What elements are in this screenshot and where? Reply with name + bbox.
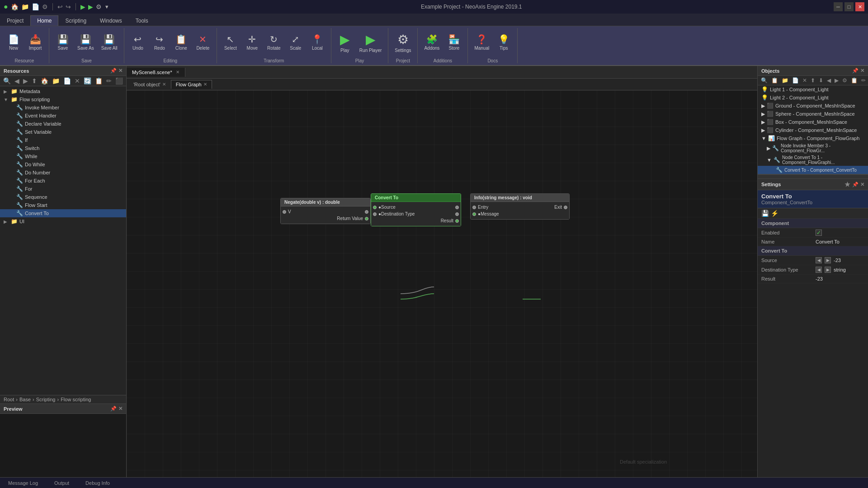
resources-tool-6[interactable]: 📁 <box>51 77 61 85</box>
resources-close-icon[interactable]: ✕ <box>118 68 123 74</box>
tab-tools[interactable]: Tools <box>129 15 155 26</box>
resources-tool-9[interactable]: 🔄 <box>82 77 93 85</box>
tree-item-do-number[interactable]: 🔧 Do Number <box>0 169 126 177</box>
resources-tool-5[interactable]: 🏠 <box>39 77 50 85</box>
tree-item-do-while[interactable]: 🔧 Do While <box>0 160 126 169</box>
obj-item-light1[interactable]: 💡 Light 1 - Component_Light <box>758 85 868 94</box>
settings-dest-right-btn[interactable]: ▶ <box>825 267 831 273</box>
tree-item-switch[interactable]: 🔧 Switch <box>0 144 126 152</box>
tree-item-sequence[interactable]: 🔧 Sequence <box>0 193 126 201</box>
tree-item-set-variable[interactable]: 🔧 Set Variable <box>0 128 126 136</box>
sub-tab-root-close[interactable]: ✕ <box>162 82 166 87</box>
resources-tool-1[interactable]: 🔍 <box>2 77 12 85</box>
tree-item-while[interactable]: 🔧 While <box>0 152 126 160</box>
sub-tab-flow-close[interactable]: ✕ <box>203 82 207 87</box>
obj-item-sphere[interactable]: ▶ ⬛ Sphere - Component_MeshInSpace <box>758 110 868 118</box>
tree-item-ui[interactable]: ▶ 📁 UI <box>0 217 126 225</box>
preview-pin-icon[interactable]: 📌 <box>110 406 117 412</box>
obj-tool-8[interactable]: ◀ <box>826 77 832 84</box>
settings-dest-left-btn[interactable]: ◀ <box>816 267 822 273</box>
save-all-button[interactable]: 💾 Save All <box>99 32 120 52</box>
doc-tab-scene-close[interactable]: ✕ <box>176 70 179 75</box>
addons-button[interactable]: 🧩 Addons <box>421 32 442 52</box>
pin-icon[interactable]: 📌 <box>110 68 117 74</box>
obj-item-convert-to-component[interactable]: 🔧 Convert To - Component_ConvertTo <box>758 166 868 174</box>
run-small-icon[interactable]: ▶ <box>88 3 93 10</box>
node-info[interactable]: Info(string message) : void Entry Exit <box>470 193 570 220</box>
select-button[interactable]: ↖ Select <box>221 32 241 52</box>
breadcrumb-scripting[interactable]: Scripting <box>36 397 56 402</box>
import-button[interactable]: 📥 Import <box>25 32 45 52</box>
breadcrumb-root[interactable]: Root <box>4 397 14 402</box>
toolbar-icon-1[interactable]: 🏠 <box>11 3 19 10</box>
tab-windows[interactable]: Windows <box>93 15 129 26</box>
settings-source-right-btn[interactable]: ▶ <box>825 257 831 263</box>
settings-star-icon[interactable]: ★ <box>844 181 850 188</box>
graph-area[interactable]: Negate(double v) : double V <box>127 90 757 477</box>
resources-tool-2[interactable]: ◀ <box>13 77 21 85</box>
minimize-button[interactable]: ─ <box>834 2 843 11</box>
run-player-button[interactable]: ▶ Run Player <box>357 30 384 55</box>
obj-tool-5[interactable]: ✕ <box>801 77 808 84</box>
undo-button[interactable]: ↩ Undo <box>128 32 148 52</box>
scale-button[interactable]: ⤢ Scale <box>286 32 306 52</box>
tree-item-convert-to[interactable]: 🔧 Convert To <box>0 209 126 217</box>
resources-tool-12[interactable]: ⬛ <box>114 77 124 85</box>
tree-item-for-each[interactable]: 🔧 For Each <box>0 177 126 185</box>
obj-item-light2[interactable]: 💡 Light 2 - Component_Light <box>758 94 868 102</box>
maximize-button[interactable]: □ <box>844 2 854 11</box>
resources-tool-11[interactable]: ✏ <box>105 77 113 85</box>
settings-button[interactable]: ⚙ Settings <box>392 30 414 55</box>
settings-close-icon[interactable]: ✕ <box>860 182 864 188</box>
tree-item-flow-scripting[interactable]: ▼ 📁 Flow scripting <box>0 95 126 103</box>
obj-item-ground[interactable]: ▶ ⬛ Ground - Component_MeshInSpace <box>758 102 868 110</box>
obj-tool-9[interactable]: ▶ <box>833 77 840 84</box>
breadcrumb-flow-scripting[interactable]: Flow scripting <box>61 397 91 402</box>
tree-item-invoke-member[interactable]: 🔧 Invoke Member <box>0 103 126 112</box>
doc-tab-scene[interactable]: MyScene8.scene* ✕ <box>127 68 185 77</box>
tab-home[interactable]: Home <box>30 15 58 26</box>
tab-project[interactable]: Project <box>0 15 30 26</box>
tree-item-flow-start[interactable]: 🔧 Flow Start <box>0 201 126 209</box>
tree-item-declare-variable[interactable]: 🔧 Declare Variable <box>0 120 126 128</box>
obj-tool-4[interactable]: 📄 <box>791 77 800 84</box>
resources-tool-7[interactable]: 📄 <box>62 77 72 85</box>
objects-pin-icon[interactable]: 📌 <box>852 68 859 74</box>
settings-action-1[interactable]: 💾 <box>761 210 769 217</box>
settings-checkbox-enabled[interactable]: ✓ <box>816 230 822 236</box>
obj-tool-12[interactable]: ✏ <box>860 77 867 84</box>
obj-item-invoke-node[interactable]: ▶ 🔧 Node Invoke Member 3 - Component_Flo… <box>758 142 868 154</box>
obj-item-flowgraph[interactable]: ▼ 📊 Flow Graph - Component_FlowGraph <box>758 134 868 142</box>
undo-toolbar-icon[interactable]: ↩ <box>57 3 63 10</box>
save-as-button[interactable]: 💾 Save As <box>75 32 97 52</box>
obj-tool-7[interactable]: ⬇ <box>817 77 825 84</box>
play-small-icon[interactable]: ▶ <box>80 3 85 10</box>
obj-tool-1[interactable]: 🔍 <box>760 77 769 84</box>
resources-tool-4[interactable]: ⬆ <box>30 77 38 85</box>
resources-tool-10[interactable]: 📋 <box>94 77 104 85</box>
node-negate[interactable]: Negate(double v) : double V <box>280 198 371 224</box>
objects-close-icon[interactable]: ✕ <box>860 68 864 74</box>
resources-tool-3[interactable]: ▶ <box>22 77 29 85</box>
settings-small-icon[interactable]: ⚙ <box>96 3 102 10</box>
tree-item-event-handler[interactable]: 🔧 Event Handler <box>0 112 126 120</box>
breadcrumb-base[interactable]: Base <box>19 397 31 402</box>
redo-toolbar-icon[interactable]: ↪ <box>66 3 71 10</box>
dropdown-icon[interactable]: ▼ <box>104 4 109 9</box>
obj-tool-11[interactable]: 📋 <box>849 77 859 84</box>
status-tab-debug-info[interactable]: Debug Info <box>81 479 114 487</box>
status-tab-output[interactable]: Output <box>50 479 74 487</box>
clone-button[interactable]: 📋 Clone <box>171 32 191 52</box>
tree-item-if[interactable]: 🔧 If <box>0 136 126 144</box>
preview-close-icon[interactable]: ✕ <box>118 406 123 412</box>
settings-pin-icon[interactable]: 📌 <box>852 182 859 188</box>
save-button[interactable]: 💾 Save <box>53 32 73 52</box>
sub-tab-root-object[interactable]: 'Root object' ✕ <box>128 80 171 89</box>
sub-tab-flow-graph[interactable]: Flow Graph ✕ <box>171 80 212 89</box>
tips-button[interactable]: 💡 Tips <box>494 32 514 52</box>
obj-tool-3[interactable]: 📁 <box>780 77 790 84</box>
close-button[interactable]: ✕ <box>855 2 864 11</box>
obj-item-box[interactable]: ▶ ⬛ Box - Component_MeshInSpace <box>758 118 868 126</box>
tab-scripting[interactable]: Scripting <box>58 15 93 26</box>
tree-item-metadata[interactable]: ▶ 📁 Metadata <box>0 87 126 95</box>
